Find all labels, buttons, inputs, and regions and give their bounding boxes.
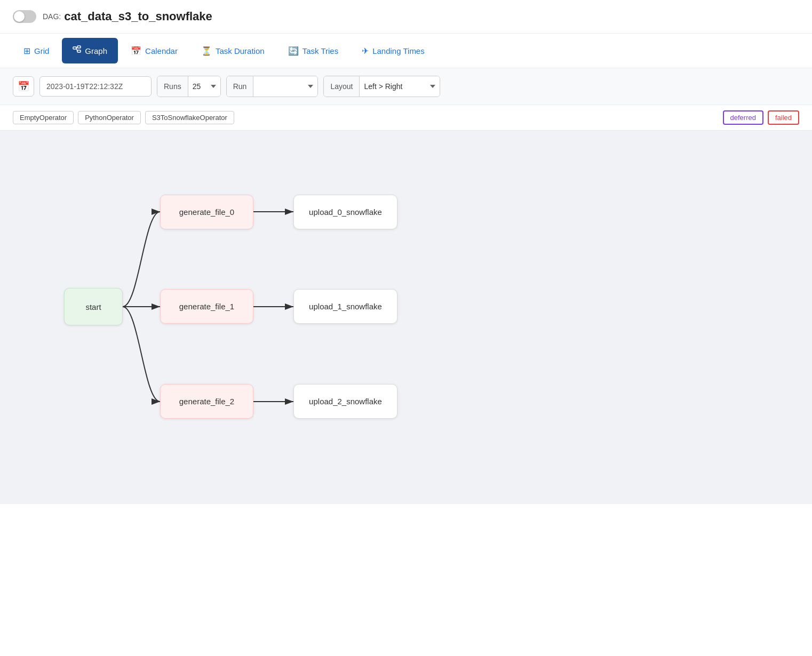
dag-header: DAG: cat_data_s3_to_snowflake [0,0,812,34]
run-label: Run [227,76,254,97]
graph-icon [73,45,81,56]
operator-s3snowflake[interactable]: S3ToSnowflakeOperator [145,111,234,124]
dag-flow: start generate_file_0 generate_file_1 ge… [32,152,512,483]
operator-bar: EmptyOperator PythonOperator S3ToSnowfla… [0,105,812,131]
date-input[interactable] [39,76,152,97]
tab-task-duration-label: Task Duration [216,46,265,55]
svg-rect-1 [77,46,81,48]
tab-task-duration[interactable]: ⏳ Task Duration [190,38,275,63]
node-generate-file-2[interactable]: generate_file_2 [160,384,253,419]
dag-toggle[interactable] [13,10,36,23]
plane-icon: ✈ [362,46,369,56]
node-gen2-label: generate_file_2 [179,397,234,406]
runs-select-group: Runs 25 50 100 [157,76,221,97]
svg-rect-0 [73,47,76,49]
node-gen1-label: generate_file_1 [179,302,234,311]
node-upload-0-snowflake[interactable]: upload_0_snowflake [293,195,397,229]
layout-select[interactable]: Left > Right Top > Bottom [360,76,440,97]
tab-calendar[interactable]: 📅 Calendar [120,38,188,63]
graph-canvas: start generate_file_0 generate_file_1 ge… [0,131,812,504]
tab-task-tries-label: Task Tries [302,46,339,55]
layout-label: Layout [324,76,360,97]
runs-select[interactable]: 25 50 100 [188,76,220,97]
tab-landing-times[interactable]: ✈ Landing Times [351,38,435,63]
tab-bar: ⊞ Grid Graph 📅 Calendar ⏳ Task Duration … [0,34,812,68]
run-select[interactable] [253,76,317,97]
node-up0-label: upload_0_snowflake [309,207,382,217]
node-generate-file-0[interactable]: generate_file_0 [160,195,253,229]
tab-calendar-label: Calendar [145,46,178,55]
node-upload-1-snowflake[interactable]: upload_1_snowflake [293,289,397,324]
tab-graph[interactable]: Graph [62,38,118,63]
calendar-picker-icon: 📅 [18,81,29,92]
svg-line-4 [76,48,77,51]
grid-icon: ⊞ [23,46,30,56]
tab-grid-label: Grid [34,46,49,55]
node-gen0-label: generate_file_0 [179,207,234,217]
operator-empty[interactable]: EmptyOperator [13,111,74,124]
node-start-label: start [85,302,101,311]
runs-label: Runs [157,76,188,97]
dag-label: DAG: [43,12,61,21]
calendar-icon: 📅 [131,46,141,56]
layout-select-group: Layout Left > Right Top > Bottom [323,76,440,97]
node-up2-label: upload_2_snowflake [309,397,382,406]
tab-task-tries[interactable]: 🔄 Task Tries [277,38,349,63]
node-start[interactable]: start [64,288,123,325]
refresh-icon: 🔄 [288,46,299,56]
status-failed[interactable]: failed [768,110,799,125]
status-deferred[interactable]: deferred [723,110,763,125]
dag-name: cat_data_s3_to_snowflake [64,10,212,23]
node-upload-2-snowflake[interactable]: upload_2_snowflake [293,384,397,419]
operator-python[interactable]: PythonOperator [78,111,141,124]
node-generate-file-1[interactable]: generate_file_1 [160,289,253,324]
tab-landing-times-label: Landing Times [372,46,425,55]
hourglass-icon: ⏳ [201,46,212,56]
node-up1-label: upload_1_snowflake [309,302,382,311]
tab-graph-label: Graph [85,46,107,55]
run-select-group: Run [226,76,319,97]
toolbar: 📅 Runs 25 50 100 Run Layout Left > Right… [0,68,812,105]
calendar-picker-button[interactable]: 📅 [13,76,34,97]
svg-rect-2 [77,50,81,52]
tab-grid[interactable]: ⊞ Grid [13,38,60,63]
